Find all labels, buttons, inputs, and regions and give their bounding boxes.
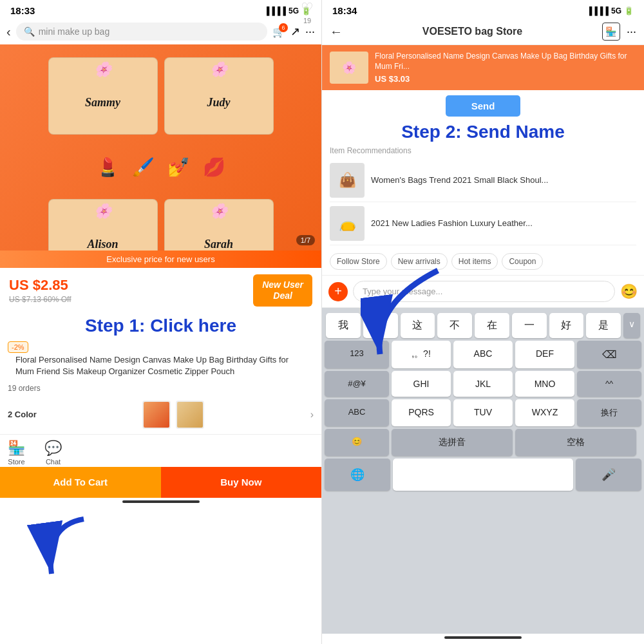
chat-icon-item[interactable]: 💬 Chat: [44, 440, 62, 466]
quick-keys-row: 我 你 这 不 在 一 好 是 ∨: [322, 308, 644, 341]
kb-key-del[interactable]: ⌫: [577, 341, 641, 368]
keyboard-rows: 123 ,。?! ABC DEF ⌫ #@¥ GHI JKL MNO ^^ AB…: [322, 341, 644, 456]
makeup-icon-3: 💅: [167, 156, 190, 178]
kb-key-mno[interactable]: MNO: [515, 371, 574, 397]
product-title: Floral Personalised Name Design Canvas M…: [8, 353, 314, 380]
bag-name-3: Alison: [87, 238, 118, 251]
right-more-icon[interactable]: ···: [627, 25, 636, 39]
tab-hot-items[interactable]: Hot items: [451, 253, 498, 270]
send-btn-wrap: Send: [322, 90, 644, 122]
image-counter: 1/7: [296, 235, 315, 245]
kb-key-special[interactable]: #@¥: [325, 371, 389, 397]
heart-icon: ♡: [301, 0, 314, 17]
product-image-bg: 🌸 Sammy 🌸 Judy 💄 🖌️ 💅 💋 🌸 Alison 🌸 Sarah: [0, 44, 321, 251]
plus-button[interactable]: +: [328, 282, 348, 301]
message-input[interactable]: Type your message...: [353, 281, 615, 302]
right-home-indicator: [322, 634, 644, 644]
preview-price: US $3.03: [375, 74, 636, 84]
kb-key-ghi[interactable]: GHI: [392, 371, 451, 397]
rec-item-1[interactable]: 👜 Women's Bags Trend 2021 Small Black Sh…: [330, 159, 636, 202]
buy-now-button[interactable]: Buy Now: [161, 467, 322, 498]
tab-coupon[interactable]: Coupon: [502, 253, 543, 270]
makeup-icon-1: 💄: [97, 156, 119, 178]
right-signal-icon: ▐▐▐▐: [587, 6, 609, 15]
heart-count: 19: [303, 17, 311, 24]
kb-key-pinyin[interactable]: 选拼音: [392, 429, 513, 456]
left-top-bar: ‹ 🔍 mini make up bag 🛒 6 ↗ ···: [0, 19, 321, 44]
rec-item-2[interactable]: 👝 2021 New Ladies Fashion Luxury Leather…: [330, 202, 636, 245]
kb-key-abc[interactable]: ABC: [453, 341, 513, 368]
bag-name-4: Sarah: [204, 238, 233, 251]
tab-new-arrivals[interactable]: New arrivals: [391, 253, 448, 270]
more-icon[interactable]: ···: [305, 25, 315, 39]
heart-section[interactable]: ♡ 19: [301, 0, 314, 24]
right-status-icons: ▐▐▐▐ 5G 🔋: [587, 6, 634, 15]
kb-key-punc[interactable]: ,。?!: [392, 341, 451, 368]
kb-key-123[interactable]: 123: [325, 341, 389, 368]
color-swatch-1[interactable]: [142, 401, 171, 429]
makeup-icon-2: 🖌️: [132, 156, 155, 178]
color-label: 2 Color: [8, 410, 37, 419]
product-title-row: -2% Floral Personalised Name Design Canv…: [0, 340, 321, 381]
send-button[interactable]: Send: [446, 95, 521, 117]
left-home-bar: [122, 500, 200, 503]
kb-key-def[interactable]: DEF: [515, 341, 574, 368]
store-icon: 🏪: [8, 440, 25, 457]
tab-follow-store[interactable]: Follow Store: [330, 253, 387, 270]
cart-badge: 6: [279, 23, 288, 32]
quick-key-wo[interactable]: 我: [326, 313, 361, 338]
right-back-button[interactable]: ←: [330, 24, 343, 39]
right-battery-icon: 🔋: [624, 6, 634, 15]
right-time: 18:34: [332, 5, 357, 16]
kb-mic-button[interactable]: 🎤: [576, 459, 641, 491]
quick-key-zai[interactable]: 在: [475, 313, 509, 338]
quick-key-zhe[interactable]: 这: [401, 313, 435, 338]
bottom-icons-row: 🏪 Store 💬 Chat: [0, 435, 321, 467]
kb-key-space[interactable]: 空格: [515, 429, 636, 456]
cart-icon-wrap[interactable]: 🛒 6: [272, 26, 285, 38]
price-main: US $2.85: [9, 277, 71, 294]
search-icon: 🔍: [24, 26, 35, 37]
kb-space-bar[interactable]: [393, 459, 574, 491]
color-chevron-icon[interactable]: ›: [310, 409, 314, 421]
rec-title-1: Women's Bags Trend 2021 Small Black Shou…: [371, 175, 548, 186]
quick-key-bu[interactable]: 不: [437, 313, 472, 338]
quick-key-hao[interactable]: 好: [549, 313, 584, 338]
kb-globe-button[interactable]: 🌐: [325, 459, 390, 491]
kb-key-tuv[interactable]: TUV: [453, 399, 513, 426]
emoji-button[interactable]: 😊: [620, 283, 638, 300]
back-button[interactable]: ‹: [6, 24, 11, 39]
kb-key-emoji[interactable]: 😊: [325, 429, 389, 456]
product-image-container: 🌸 Sammy 🌸 Judy 💄 🖌️ 💅 💋 🌸 Alison 🌸 Sarah: [0, 44, 321, 251]
search-box[interactable]: 🔍 mini make up bag: [16, 23, 267, 41]
quick-key-yi[interactable]: 一: [512, 313, 547, 338]
quick-key-shi[interactable]: 是: [586, 313, 621, 338]
orders-count: 19 orders: [0, 381, 321, 395]
chevron-key[interactable]: ∨: [623, 313, 640, 338]
discount-badge: -2%: [8, 341, 28, 353]
product-title-section: -2% Floral Personalised Name Design Canv…: [8, 341, 314, 380]
discount-row: -2%: [8, 341, 314, 353]
share-icon[interactable]: ↗: [290, 24, 300, 39]
kb-key-huanhang[interactable]: 换行: [577, 399, 641, 426]
kb-row-3: ABC PQRS TUV WXYZ 换行: [325, 399, 641, 426]
kb-key-wxyz[interactable]: WXYZ: [515, 399, 574, 426]
signal-icon: ▐▐▐▐: [264, 6, 286, 15]
step2-label: Step 2: Send Name: [322, 122, 644, 145]
kb-key-pqrs[interactable]: PQRS: [392, 399, 451, 426]
right-store-icon[interactable]: 🏪: [602, 23, 620, 41]
left-time: 18:33: [10, 5, 35, 16]
kb-key-jkl[interactable]: JKL: [453, 371, 513, 397]
action-buttons: Add To Cart Buy Now: [0, 467, 321, 498]
store-icon-item[interactable]: 🏪 Store: [8, 440, 25, 466]
kb-key-abc2[interactable]: ABC: [325, 399, 389, 426]
kb-key-arrows[interactable]: ^^: [577, 371, 641, 397]
color-swatch-2[interactable]: [176, 401, 204, 429]
flower-deco-3: 🌸: [94, 203, 111, 220]
kb-row-2: #@¥ GHI JKL MNO ^^: [325, 371, 641, 397]
flower-deco-2: 🌸: [210, 61, 227, 78]
new-user-deal[interactable]: New UserDeal: [253, 274, 312, 307]
bag-sammy: 🌸 Sammy: [48, 57, 158, 135]
quick-key-ni[interactable]: 你: [363, 313, 398, 338]
add-to-cart-button[interactable]: Add To Cart: [0, 467, 161, 498]
